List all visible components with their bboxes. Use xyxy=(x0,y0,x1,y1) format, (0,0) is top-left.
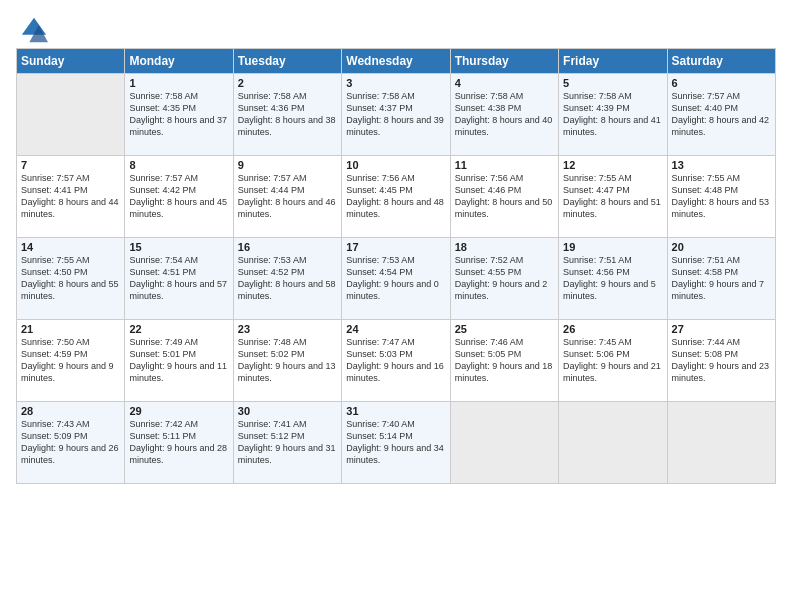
day-info: Sunrise: 7:53 AM Sunset: 4:52 PM Dayligh… xyxy=(238,255,336,301)
header-day-tuesday: Tuesday xyxy=(233,49,341,74)
day-cell: 15 Sunrise: 7:54 AM Sunset: 4:51 PM Dayl… xyxy=(125,238,233,320)
day-cell: 8 Sunrise: 7:57 AM Sunset: 4:42 PM Dayli… xyxy=(125,156,233,238)
day-number: 17 xyxy=(346,241,445,253)
day-number: 29 xyxy=(129,405,228,417)
day-cell: 21 Sunrise: 7:50 AM Sunset: 4:59 PM Dayl… xyxy=(17,320,125,402)
day-number: 10 xyxy=(346,159,445,171)
day-cell: 11 Sunrise: 7:56 AM Sunset: 4:46 PM Dayl… xyxy=(450,156,558,238)
day-number: 28 xyxy=(21,405,120,417)
svg-marker-0 xyxy=(22,18,46,35)
day-cell: 25 Sunrise: 7:46 AM Sunset: 5:05 PM Dayl… xyxy=(450,320,558,402)
day-info: Sunrise: 7:42 AM Sunset: 5:11 PM Dayligh… xyxy=(129,419,227,465)
day-info: Sunrise: 7:58 AM Sunset: 4:36 PM Dayligh… xyxy=(238,91,336,137)
day-number: 22 xyxy=(129,323,228,335)
day-info: Sunrise: 7:58 AM Sunset: 4:39 PM Dayligh… xyxy=(563,91,661,137)
day-info: Sunrise: 7:58 AM Sunset: 4:38 PM Dayligh… xyxy=(455,91,553,137)
day-number: 21 xyxy=(21,323,120,335)
day-info: Sunrise: 7:52 AM Sunset: 4:55 PM Dayligh… xyxy=(455,255,548,301)
header-day-friday: Friday xyxy=(559,49,667,74)
day-cell: 16 Sunrise: 7:53 AM Sunset: 4:52 PM Dayl… xyxy=(233,238,341,320)
day-cell: 31 Sunrise: 7:40 AM Sunset: 5:14 PM Dayl… xyxy=(342,402,450,484)
day-info: Sunrise: 7:58 AM Sunset: 4:35 PM Dayligh… xyxy=(129,91,227,137)
header xyxy=(16,12,776,44)
day-info: Sunrise: 7:55 AM Sunset: 4:48 PM Dayligh… xyxy=(672,173,770,219)
header-day-saturday: Saturday xyxy=(667,49,775,74)
day-cell: 22 Sunrise: 7:49 AM Sunset: 5:01 PM Dayl… xyxy=(125,320,233,402)
day-info: Sunrise: 7:51 AM Sunset: 4:58 PM Dayligh… xyxy=(672,255,765,301)
day-cell: 7 Sunrise: 7:57 AM Sunset: 4:41 PM Dayli… xyxy=(17,156,125,238)
header-row: SundayMondayTuesdayWednesdayThursdayFrid… xyxy=(17,49,776,74)
calendar-table: SundayMondayTuesdayWednesdayThursdayFrid… xyxy=(16,48,776,484)
day-number: 2 xyxy=(238,77,337,89)
day-number: 30 xyxy=(238,405,337,417)
week-row-3: 14 Sunrise: 7:55 AM Sunset: 4:50 PM Dayl… xyxy=(17,238,776,320)
day-info: Sunrise: 7:40 AM Sunset: 5:14 PM Dayligh… xyxy=(346,419,444,465)
day-number: 1 xyxy=(129,77,228,89)
day-cell: 10 Sunrise: 7:56 AM Sunset: 4:45 PM Dayl… xyxy=(342,156,450,238)
day-cell: 6 Sunrise: 7:57 AM Sunset: 4:40 PM Dayli… xyxy=(667,74,775,156)
day-info: Sunrise: 7:47 AM Sunset: 5:03 PM Dayligh… xyxy=(346,337,444,383)
day-number: 5 xyxy=(563,77,662,89)
day-cell xyxy=(667,402,775,484)
day-cell: 12 Sunrise: 7:55 AM Sunset: 4:47 PM Dayl… xyxy=(559,156,667,238)
day-number: 7 xyxy=(21,159,120,171)
day-cell: 5 Sunrise: 7:58 AM Sunset: 4:39 PM Dayli… xyxy=(559,74,667,156)
day-number: 9 xyxy=(238,159,337,171)
day-cell: 20 Sunrise: 7:51 AM Sunset: 4:58 PM Dayl… xyxy=(667,238,775,320)
day-cell: 4 Sunrise: 7:58 AM Sunset: 4:38 PM Dayli… xyxy=(450,74,558,156)
day-info: Sunrise: 7:44 AM Sunset: 5:08 PM Dayligh… xyxy=(672,337,770,383)
page: SundayMondayTuesdayWednesdayThursdayFrid… xyxy=(0,0,792,612)
day-number: 11 xyxy=(455,159,554,171)
day-number: 8 xyxy=(129,159,228,171)
day-cell: 19 Sunrise: 7:51 AM Sunset: 4:56 PM Dayl… xyxy=(559,238,667,320)
day-number: 23 xyxy=(238,323,337,335)
day-cell: 2 Sunrise: 7:58 AM Sunset: 4:36 PM Dayli… xyxy=(233,74,341,156)
day-cell: 3 Sunrise: 7:58 AM Sunset: 4:37 PM Dayli… xyxy=(342,74,450,156)
day-cell: 14 Sunrise: 7:55 AM Sunset: 4:50 PM Dayl… xyxy=(17,238,125,320)
day-info: Sunrise: 7:48 AM Sunset: 5:02 PM Dayligh… xyxy=(238,337,336,383)
header-day-sunday: Sunday xyxy=(17,49,125,74)
day-cell: 30 Sunrise: 7:41 AM Sunset: 5:12 PM Dayl… xyxy=(233,402,341,484)
day-number: 13 xyxy=(672,159,771,171)
day-number: 18 xyxy=(455,241,554,253)
day-cell: 24 Sunrise: 7:47 AM Sunset: 5:03 PM Dayl… xyxy=(342,320,450,402)
day-info: Sunrise: 7:43 AM Sunset: 5:09 PM Dayligh… xyxy=(21,419,119,465)
day-cell: 26 Sunrise: 7:45 AM Sunset: 5:06 PM Dayl… xyxy=(559,320,667,402)
day-info: Sunrise: 7:55 AM Sunset: 4:50 PM Dayligh… xyxy=(21,255,119,301)
day-info: Sunrise: 7:57 AM Sunset: 4:44 PM Dayligh… xyxy=(238,173,336,219)
day-number: 3 xyxy=(346,77,445,89)
day-cell: 29 Sunrise: 7:42 AM Sunset: 5:11 PM Dayl… xyxy=(125,402,233,484)
day-number: 20 xyxy=(672,241,771,253)
day-info: Sunrise: 7:58 AM Sunset: 4:37 PM Dayligh… xyxy=(346,91,444,137)
header-day-wednesday: Wednesday xyxy=(342,49,450,74)
day-cell: 9 Sunrise: 7:57 AM Sunset: 4:44 PM Dayli… xyxy=(233,156,341,238)
day-info: Sunrise: 7:51 AM Sunset: 4:56 PM Dayligh… xyxy=(563,255,656,301)
day-cell: 28 Sunrise: 7:43 AM Sunset: 5:09 PM Dayl… xyxy=(17,402,125,484)
day-info: Sunrise: 7:56 AM Sunset: 4:46 PM Dayligh… xyxy=(455,173,553,219)
day-cell xyxy=(559,402,667,484)
day-number: 26 xyxy=(563,323,662,335)
day-info: Sunrise: 7:53 AM Sunset: 4:54 PM Dayligh… xyxy=(346,255,439,301)
day-number: 15 xyxy=(129,241,228,253)
day-number: 4 xyxy=(455,77,554,89)
header-day-thursday: Thursday xyxy=(450,49,558,74)
day-info: Sunrise: 7:46 AM Sunset: 5:05 PM Dayligh… xyxy=(455,337,553,383)
day-cell: 27 Sunrise: 7:44 AM Sunset: 5:08 PM Dayl… xyxy=(667,320,775,402)
day-cell: 1 Sunrise: 7:58 AM Sunset: 4:35 PM Dayli… xyxy=(125,74,233,156)
day-number: 25 xyxy=(455,323,554,335)
day-number: 16 xyxy=(238,241,337,253)
day-info: Sunrise: 7:57 AM Sunset: 4:41 PM Dayligh… xyxy=(21,173,119,219)
logo xyxy=(16,16,48,44)
day-number: 14 xyxy=(21,241,120,253)
week-row-4: 21 Sunrise: 7:50 AM Sunset: 4:59 PM Dayl… xyxy=(17,320,776,402)
day-info: Sunrise: 7:57 AM Sunset: 4:40 PM Dayligh… xyxy=(672,91,770,137)
day-info: Sunrise: 7:54 AM Sunset: 4:51 PM Dayligh… xyxy=(129,255,227,301)
day-info: Sunrise: 7:56 AM Sunset: 4:45 PM Dayligh… xyxy=(346,173,444,219)
day-info: Sunrise: 7:55 AM Sunset: 4:47 PM Dayligh… xyxy=(563,173,661,219)
day-info: Sunrise: 7:50 AM Sunset: 4:59 PM Dayligh… xyxy=(21,337,114,383)
day-number: 19 xyxy=(563,241,662,253)
day-info: Sunrise: 7:41 AM Sunset: 5:12 PM Dayligh… xyxy=(238,419,336,465)
logo-icon xyxy=(20,16,48,44)
week-row-5: 28 Sunrise: 7:43 AM Sunset: 5:09 PM Dayl… xyxy=(17,402,776,484)
day-cell: 23 Sunrise: 7:48 AM Sunset: 5:02 PM Dayl… xyxy=(233,320,341,402)
